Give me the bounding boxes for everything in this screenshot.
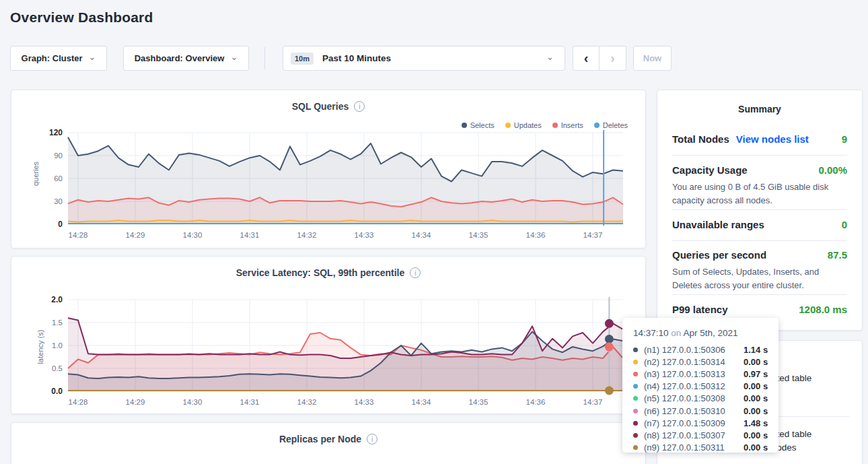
- node-latency-value: 0.97 s: [744, 369, 768, 379]
- x-tick-label: 14:36: [526, 231, 546, 239]
- dashboard-dropdown[interactable]: Dashboard: Overview ⌄: [123, 46, 249, 71]
- unavailable-ranges-value: 0: [842, 219, 847, 230]
- node-latency-value: 0.00 s: [744, 381, 768, 391]
- graph-scope-label: Graph: Cluster: [22, 53, 83, 63]
- node-latency-value: 0.00 s: [744, 430, 768, 440]
- tooltip-node-row: (n2) 127.0.0.1:503140.00 s: [633, 356, 769, 368]
- y-tick-label: 90: [54, 152, 63, 160]
- x-tick-label: 14:30: [183, 398, 203, 406]
- series-color-dot: [633, 384, 638, 389]
- node-latency-value: 0.00 s: [744, 406, 768, 416]
- total-nodes-value: 9: [842, 133, 847, 145]
- x-tick-label: 14:31: [240, 231, 260, 239]
- x-tick-label: 14:33: [355, 231, 374, 239]
- y-tick-label: 0.0: [51, 387, 63, 396]
- node-address: (n2) 127.0.0.1:50314: [644, 357, 744, 367]
- node-address: (n7) 127.0.0.1:50309: [644, 418, 744, 428]
- time-forward-button[interactable]: ›: [600, 46, 626, 71]
- time-range-label: Past 10 Minutes: [322, 53, 391, 63]
- chart-title-service-latency: Service Latency: SQL, 99th percentile: [236, 267, 405, 278]
- x-tick-label: 14:28: [69, 231, 88, 239]
- legend-dot: [505, 123, 511, 128]
- graph-scope-dropdown[interactable]: Graph: Cluster ⌄: [10, 46, 107, 71]
- node-address: (n1) 127.0.0.1:50306: [644, 345, 744, 355]
- x-tick-label: 14:29: [126, 231, 145, 239]
- summary-row-p99: P99 latency 1208.0 ms: [672, 304, 847, 315]
- summary-row-capacity: Capacity Usage 0.00% You are using 0 B o…: [672, 164, 847, 207]
- total-nodes-label: Total Nodes: [672, 133, 729, 145]
- tooltip-node-row: (n5) 127.0.0.1:503080.00 s: [633, 393, 769, 405]
- node-address: (n4) 127.0.0.1:50312: [644, 381, 744, 391]
- x-tick-label: 14:35: [469, 398, 489, 406]
- y-tick-label: 30: [54, 197, 63, 205]
- x-tick-label: 14:37: [583, 231, 603, 239]
- summary-row-unavailable: Unavailable ranges 0: [672, 219, 847, 230]
- series-color-dot: [633, 360, 638, 364]
- node-latency-value: 1.14 s: [744, 345, 768, 355]
- chevron-down-icon: ⌄: [89, 55, 96, 60]
- series-color-dot: [633, 409, 638, 413]
- capacity-description: You are using 0 B of 4.5 GiB usable disk…: [672, 180, 847, 207]
- series-color-dot: [633, 433, 638, 438]
- x-tick-label: 14:33: [355, 398, 374, 406]
- legend-dot: [594, 123, 600, 128]
- tooltip-node-row: (n6) 127.0.0.1:503100.00 s: [633, 405, 769, 417]
- service-latency-chart[interactable]: 0.00.51.01.52.014:2814:2914:3014:3114:32…: [29, 296, 635, 411]
- node-address: (n6) 127.0.0.1:50310: [644, 406, 744, 416]
- node-latency-value: 0.00 s: [744, 393, 768, 403]
- p99-latency-label: P99 latency: [672, 304, 728, 315]
- hover-point-dot: [605, 335, 614, 343]
- y-tick-label: 1.5: [52, 319, 63, 327]
- time-back-button[interactable]: ‹: [573, 46, 600, 71]
- node-latency-value: 1.48 s: [744, 418, 768, 428]
- node-address: (n8) 127.0.0.1:50307: [644, 430, 744, 440]
- y-tick-label: 1.0: [52, 341, 63, 350]
- tooltip-timestamp: 14:37:10 on Apr 5th, 2021: [633, 328, 769, 338]
- x-tick-label: 14:30: [183, 231, 203, 239]
- tooltip-node-row: (n9) 127.0.0.1:503110.00 s: [633, 442, 769, 454]
- legend-dot: [552, 123, 558, 128]
- node-address: (n9) 127.0.0.1:50311: [644, 442, 744, 453]
- unavailable-ranges-label: Unavailable ranges: [672, 219, 764, 230]
- tooltip-node-row: (n4) 127.0.0.1:503120.00 s: [633, 380, 769, 393]
- info-icon[interactable]: i: [367, 434, 377, 444]
- chevron-down-icon: ⌄: [546, 55, 554, 60]
- node-address: (n3) 127.0.0.1:50313: [644, 369, 744, 379]
- y-tick-label: 60: [54, 174, 63, 183]
- summary-row-qps: Queries per second 87.5 Sum of Selects, …: [672, 249, 847, 292]
- summary-title: Summary: [657, 104, 862, 114]
- series-color-dot: [633, 347, 638, 352]
- sql-queries-chart[interactable]: 030609012014:2814:2914:3014:3114:3214:33…: [29, 129, 635, 244]
- tooltip-node-row: (n3) 127.0.0.1:503130.97 s: [633, 368, 769, 380]
- qps-label: Queries per second: [672, 249, 766, 261]
- qps-value: 87.5: [828, 249, 847, 261]
- tooltip-node-row: (n7) 127.0.0.1:503091.48 s: [633, 417, 769, 429]
- time-step-buttons: ‹ ›: [573, 46, 626, 71]
- tooltip-node-row: (n1) 127.0.0.1:503061.14 s: [633, 343, 769, 356]
- series-color-dot: [633, 372, 638, 376]
- now-button[interactable]: Now: [633, 46, 672, 71]
- controls-divider: [264, 47, 265, 69]
- node-address: (n5) 127.0.0.1:50308: [644, 393, 744, 403]
- view-nodes-list-link[interactable]: View nodes list: [736, 133, 809, 145]
- summary-divider: [672, 294, 847, 295]
- x-tick-label: 14:36: [526, 398, 546, 406]
- dashboard-label: Dashboard: Overview: [135, 53, 225, 63]
- node-latency-value: 0.00 s: [744, 357, 768, 367]
- x-tick-label: 14:29: [126, 398, 145, 406]
- x-tick-label: 14:31: [240, 398, 260, 406]
- chevron-left-icon: ‹: [584, 51, 589, 66]
- x-tick-label: 14:35: [469, 231, 489, 239]
- summary-divider: [672, 240, 847, 241]
- time-range-dropdown[interactable]: 10m Past 10 Minutes ⌄: [283, 46, 565, 71]
- chart-title-replicas: Replicas per Node: [279, 434, 361, 444]
- info-icon[interactable]: i: [410, 267, 421, 278]
- qps-description: Sum of Selects, Updates, Inserts, and De…: [672, 265, 847, 292]
- tooltip-node-row: (n8) 127.0.0.1:503070.00 s: [633, 429, 769, 441]
- capacity-label: Capacity Usage: [672, 164, 748, 176]
- series-color-dot: [633, 421, 638, 426]
- x-tick-label: 14:34: [412, 398, 431, 406]
- summary-divider: [672, 155, 847, 156]
- service-latency-card: Service Latency: SQL, 99th percentile i …: [11, 256, 646, 414]
- info-icon[interactable]: i: [354, 101, 365, 112]
